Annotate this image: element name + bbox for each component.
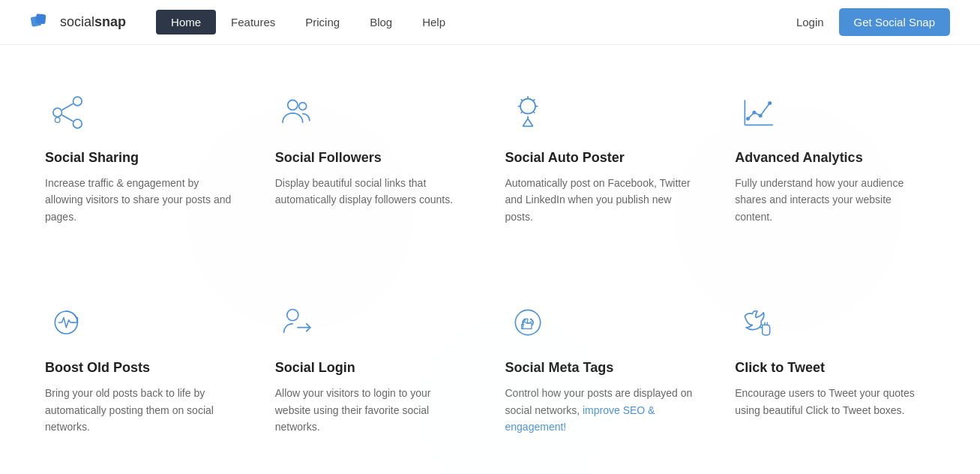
nav-features[interactable]: Features (216, 10, 290, 34)
svg-point-3 (53, 108, 62, 117)
feature-click-to-tweet: Click to Tweet Encourage users to Tweet … (720, 285, 950, 450)
features-grid: Social Sharing Increase traffic & engage… (30, 75, 950, 450)
social-login-desc: Allow your visitors to login to your web… (275, 385, 468, 435)
svg-point-2 (73, 97, 82, 106)
social-auto-poster-icon (505, 90, 550, 135)
feature-social-followers: Social Followers Display beautiful socia… (260, 75, 490, 240)
svg-point-35 (523, 319, 526, 321)
improve-seo-link[interactable]: improve SEO & engagement! (505, 404, 655, 433)
svg-point-10 (520, 99, 535, 114)
social-followers-desc: Display beautiful social links that auto… (275, 175, 468, 208)
feature-social-meta-tags: Social Meta Tags Control how your posts … (490, 285, 721, 450)
svg-point-36 (529, 319, 532, 321)
svg-line-17 (533, 99, 535, 100)
svg-line-15 (520, 99, 522, 100)
advanced-analytics-icon (735, 90, 780, 135)
logo[interactable]: socialsnap (30, 10, 126, 34)
boost-old-posts-icon (45, 300, 90, 345)
social-sharing-title: Social Sharing (45, 150, 238, 166)
svg-point-7 (55, 118, 60, 123)
header: socialsnap Home Features Pricing Blog He… (0, 0, 980, 45)
boost-old-posts-title: Boost Old Posts (45, 360, 238, 376)
social-followers-icon (275, 90, 320, 135)
get-social-snap-button[interactable]: Get Social Snap (839, 8, 950, 36)
feature-social-auto-poster: Social Auto Poster Automatically post on… (490, 75, 721, 240)
svg-line-20 (528, 118, 533, 126)
svg-point-25 (753, 111, 757, 115)
advanced-analytics-title: Advanced Analytics (735, 150, 928, 166)
feature-social-sharing: Social Sharing Increase traffic & engage… (30, 75, 260, 240)
svg-line-5 (62, 104, 73, 110)
click-to-tweet-title: Click to Tweet (735, 360, 928, 376)
logo-text: socialsnap (60, 14, 126, 30)
social-login-title: Social Login (275, 360, 468, 376)
social-sharing-icon (45, 90, 90, 135)
svg-line-16 (533, 112, 535, 113)
social-auto-poster-title: Social Auto Poster (505, 150, 698, 166)
svg-rect-1 (35, 14, 46, 24)
nav-pricing[interactable]: Pricing (290, 10, 355, 34)
boost-old-posts-desc: Bring your old posts back to life by aut… (45, 385, 238, 435)
feature-social-login: Social Login Allow your visitors to logi… (260, 285, 490, 450)
social-meta-tags-icon (505, 300, 550, 345)
content-wrapper: Social Sharing Increase traffic & engage… (0, 45, 980, 474)
svg-line-6 (62, 115, 73, 121)
svg-point-24 (746, 117, 750, 121)
nav-home[interactable]: Home (156, 10, 216, 34)
svg-line-19 (523, 118, 528, 126)
svg-point-29 (287, 310, 298, 321)
svg-line-18 (520, 112, 522, 113)
header-right: Login Get Social Snap (796, 8, 950, 36)
svg-point-26 (759, 114, 763, 118)
click-to-tweet-icon (735, 300, 780, 345)
social-login-icon (275, 300, 320, 345)
social-meta-tags-title: Social Meta Tags (505, 360, 698, 376)
social-auto-poster-desc: Automatically post on Facebook, Twitter … (505, 175, 698, 225)
click-to-tweet-desc: Encourage users to Tweet your quotes usi… (735, 385, 928, 418)
login-link[interactable]: Login (796, 16, 824, 28)
main-nav: Home Features Pricing Blog Help (156, 10, 796, 34)
logo-icon (30, 10, 54, 34)
svg-point-4 (73, 119, 82, 128)
advanced-analytics-desc: Fully understand how your audience share… (735, 175, 928, 225)
nav-blog[interactable]: Blog (355, 10, 407, 34)
social-sharing-desc: Increase traffic & engagement by allowin… (45, 175, 238, 225)
svg-point-31 (515, 310, 540, 335)
svg-point-9 (298, 103, 306, 110)
nav-help[interactable]: Help (407, 10, 460, 34)
svg-point-27 (768, 101, 772, 105)
social-meta-tags-desc: Control how your posts are displayed on … (505, 385, 698, 435)
social-followers-title: Social Followers (275, 150, 468, 166)
feature-advanced-analytics: Advanced Analytics Fully understand how … (720, 75, 950, 240)
feature-boost-old-posts: Boost Old Posts Bring your old posts bac… (30, 285, 260, 450)
svg-point-8 (287, 100, 297, 110)
main-content: Social Sharing Increase traffic & engage… (0, 45, 980, 474)
